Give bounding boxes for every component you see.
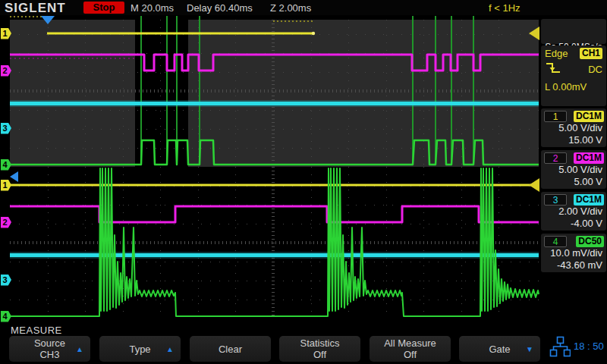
falling-edge-icon (545, 61, 561, 77)
gridline (48, 20, 49, 167)
gridline (85, 20, 86, 167)
zoom-waveform-window (10, 167, 539, 318)
channel-offset: -4.00 V (541, 218, 606, 230)
button-label: All Measure (384, 337, 436, 349)
channel-offset: 5.00 V (541, 176, 606, 188)
channel-offset: -43.60 mV (541, 259, 606, 271)
run-state-badge[interactable]: Stop (83, 2, 124, 14)
channel-scale: 5.00 V/div (541, 122, 606, 134)
gridline (235, 20, 236, 167)
right-sidebar: Sa 50.0MSa/s Curr 14Mpts Edge CH1 DC L 0… (540, 15, 607, 322)
trigger-info-box[interactable]: Edge CH1 DC L 0.00mV (541, 46, 606, 106)
main-waveform-window (10, 20, 539, 167)
gridline (386, 20, 387, 167)
trigger-coupling: DC (588, 64, 602, 75)
grid-center-ticks (272, 20, 275, 167)
clear-button[interactable]: Clear (190, 336, 271, 362)
channel-scale: 2.00 V/div (541, 206, 606, 218)
oscilloscope-screen: 12341234 SIGLENT Stop M 20.0ms Delay 60.… (0, 0, 607, 364)
gridline (198, 20, 199, 167)
button-label: Source (34, 337, 65, 349)
button-label: CH3 (39, 349, 59, 360)
button-label: Type (129, 344, 150, 355)
gridline (423, 20, 424, 167)
grid-center-ticks (272, 167, 275, 318)
gate-button[interactable]: Gate▼ (459, 336, 540, 362)
gridline (160, 20, 161, 167)
siglent-logo: SIGLENT (5, 1, 66, 16)
button-label: Statistics (300, 337, 339, 349)
channel-number: 2 (544, 152, 567, 164)
all-measure-button[interactable]: All MeasureOff (370, 336, 451, 362)
gridline (348, 20, 349, 167)
channel-offset: 15.00 V (541, 134, 606, 146)
trigger-type: Edge (545, 48, 568, 59)
lan-network-icon (549, 336, 571, 360)
channel-coupling-badge: DC1M (574, 152, 604, 164)
channel-scale: 10.0 mV/div (541, 247, 606, 259)
channel-scale: 5.00 V/div (541, 164, 606, 176)
button-label: Off (404, 349, 417, 360)
button-label: Off (313, 349, 326, 360)
timebase-readout: M 20.0ms (131, 2, 174, 14)
channel-coupling-badge: DC50 (576, 236, 604, 247)
trigger-level: L 0.00mV (545, 81, 587, 93)
gridline (311, 20, 312, 167)
source-button[interactable]: SourceCH3▲ (9, 336, 90, 362)
down-arrow-icon: ▼ (526, 344, 533, 355)
channel-number: 4 (544, 236, 567, 247)
menu-title: MEASURE (11, 325, 62, 336)
up-arrow-icon: ▲ (76, 344, 83, 355)
acquisition-info-box[interactable]: Sa 50.0MSa/s Curr 14Mpts (541, 19, 606, 44)
delay-readout: Delay 60.40ms (187, 2, 253, 14)
statistics-button[interactable]: StatisticsOff (279, 336, 360, 362)
button-label: Clear (219, 344, 242, 355)
channel-coupling-badge: DC1M (574, 194, 604, 206)
bottom-menu-bar: MEASURE SourceCH3▲Type▲ClearStatisticsOf… (0, 322, 607, 364)
button-label: Gate (489, 344, 510, 355)
top-status-bar: SIGLENT Stop M 20.0ms Delay 60.40ms Z 2.… (0, 0, 607, 15)
gridline (123, 20, 124, 167)
channel-number: 1 (544, 111, 567, 122)
channel-4-info-box[interactable]: 4DC5010.0 mV/div-43.60 mV (541, 234, 606, 272)
channel-2-info-box[interactable]: 2DC1M5.00 V/div5.00 V (541, 150, 606, 189)
gridline (498, 20, 499, 167)
gridline (461, 20, 462, 167)
zoom-timebase-readout: Z 2.00ms (270, 2, 311, 14)
frequency-counter: f < 1Hz (489, 2, 521, 14)
channel-3-info-box[interactable]: 3DC1M2.00 V/div-4.00 V (541, 192, 606, 231)
trigger-source-badge: CH1 (580, 48, 602, 59)
up-arrow-icon: ▲ (166, 344, 174, 355)
type-button[interactable]: Type▲ (99, 336, 181, 362)
channel-1-info-box[interactable]: 1DC1M5.00 V/div15.00 V (541, 108, 606, 147)
clock: 18 : 50 (574, 340, 604, 352)
channel-coupling-badge: DC1M (574, 111, 604, 122)
channel-number: 3 (544, 194, 567, 206)
zoom-window-region[interactable] (135, 20, 188, 167)
